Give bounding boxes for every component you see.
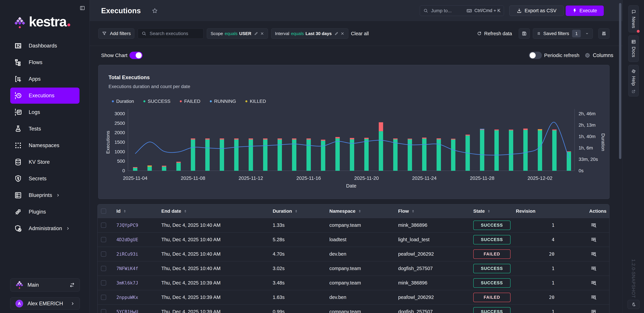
table-row[interactable]: 4D2dDgUE Thu, Dec 4, 2025 10:40 AM 5.28s…	[98, 232, 609, 247]
executions-chart[interactable]: 0500100015002000250030000s33m, 20s1h, 6m…	[98, 105, 609, 196]
columns-label[interactable]: Columns	[593, 52, 613, 58]
row-details-icon[interactable]	[590, 236, 597, 243]
row-details-icon[interactable]	[590, 280, 597, 286]
column-header-duration[interactable]: Duration	[268, 208, 324, 214]
add-filters-button[interactable]: Add filters	[98, 28, 134, 39]
sort-icon[interactable]	[358, 209, 362, 213]
vertical-scrollbar[interactable]	[619, 3, 621, 159]
table-row[interactable]: 7JQYpPC9 Thu, Dec 4, 2025 10:40 AM 1.33s…	[98, 218, 609, 232]
row-details-icon[interactable]	[590, 265, 597, 272]
cell-id[interactable]: 2iRCu93i	[111, 252, 156, 257]
cell-id[interactable]: 4D2dDgUE	[111, 237, 156, 242]
row-checkbox[interactable]	[101, 295, 106, 300]
theme-toggle-button[interactable]	[628, 300, 640, 309]
gear-icon[interactable]	[584, 52, 590, 58]
sort-icon[interactable]	[294, 209, 298, 213]
refresh-data-button[interactable]: Refresh data	[477, 31, 512, 36]
close-icon[interactable]	[340, 32, 344, 36]
sidebar-item-secrets[interactable]: Secrets	[10, 170, 80, 187]
column-header-namespace[interactable]: Namespace	[324, 208, 393, 214]
svg-text:2025-11-04: 2025-11-04	[123, 176, 148, 181]
display-options-button[interactable]	[598, 28, 610, 39]
sort-icon[interactable]	[122, 209, 127, 213]
execute-button[interactable]: Execute	[566, 6, 604, 16]
favorite-star-icon[interactable]	[152, 8, 158, 14]
sidebar-item-namespaces[interactable]: Namespaces	[10, 138, 80, 154]
column-header-id[interactable]: Id	[111, 208, 156, 214]
column-header-revision[interactable]: Revision	[511, 208, 564, 214]
table-row[interactable]: 5YCB1HwU Thu, Dec 4, 2025 10:39 AM 0.99s…	[98, 304, 609, 313]
cell-id[interactable]: 5YCB1HwU	[111, 309, 156, 313]
pencil-icon[interactable]	[254, 32, 258, 36]
sidebar-item-kv-store[interactable]: KV Store	[10, 154, 80, 170]
sidebar-item-logs[interactable]: Logs	[10, 104, 80, 120]
sidebar-item-executions[interactable]: Executions	[10, 88, 80, 104]
column-header-end-date[interactable]: End date	[156, 208, 268, 214]
filter-chip-interval[interactable]: Interval equals Last 30 days	[271, 28, 348, 39]
row-checkbox[interactable]	[101, 237, 106, 242]
legend-item-running[interactable]: RUNNING	[210, 99, 236, 104]
cell-id[interactable]: 7JQYpPC9	[111, 222, 156, 228]
select-all-checkbox[interactable]	[98, 208, 111, 214]
sidebar-item-label: Plugins	[29, 209, 46, 215]
table-row[interactable]: 7NFWiK4f Thu, Dec 4, 2025 10:40 AM 3.02s…	[98, 261, 609, 276]
save-filter-button[interactable]	[519, 28, 530, 39]
legend-item-failed[interactable]: FAILED	[180, 99, 200, 104]
tenant-switcher[interactable]: Main	[10, 278, 80, 292]
tenant-logo-icon	[16, 281, 23, 289]
column-header-state[interactable]: State	[468, 208, 511, 214]
sort-icon[interactable]	[487, 209, 491, 213]
row-checkbox[interactable]	[101, 266, 106, 271]
table-row[interactable]: 2nppuWKx Thu, Dec 4, 2025 10:39 AM 1.63s…	[98, 290, 609, 304]
periodic-refresh-toggle[interactable]	[529, 52, 542, 59]
sidebar-item-administration[interactable]: Administration	[10, 220, 80, 236]
dock-tab-help[interactable]: Help	[628, 65, 639, 96]
saved-filters-dropdown[interactable]: Saved filters 1	[533, 28, 593, 39]
table-row[interactable]: 2iRCu93i Thu, Dec 4, 2025 10:40 AM 4.70s…	[98, 247, 609, 261]
sidebar-item-flows[interactable]: Flows	[10, 54, 80, 70]
user-menu[interactable]: A Alex EMERICH	[10, 298, 80, 310]
close-icon[interactable]	[260, 32, 264, 36]
row-checkbox[interactable]	[101, 280, 106, 286]
connection-icon	[14, 208, 22, 216]
sidebar-item-plugins[interactable]: Plugins	[10, 204, 80, 220]
legend-item-killed[interactable]: KILLED	[245, 99, 266, 104]
sidebar-collapse-icon[interactable]	[80, 5, 85, 11]
sort-icon[interactable]	[183, 209, 188, 213]
cell-id[interactable]: 2nppuWKx	[111, 295, 156, 300]
row-checkbox[interactable]	[101, 309, 106, 313]
sidebar-item-dashboards[interactable]: Dashboards	[10, 38, 80, 54]
sort-icon[interactable]	[411, 209, 415, 213]
row-checkbox[interactable]	[101, 222, 106, 228]
row-details-icon[interactable]	[590, 251, 597, 257]
sidebar-item-label: Blueprints	[29, 192, 52, 198]
timeline-text-icon	[14, 108, 22, 116]
apps-icon	[14, 75, 22, 83]
kestra-wordmark: kestra.	[29, 15, 70, 28]
table-row[interactable]: 3mKl6k7J Thu, Dec 4, 2025 10:39 AM 3.48s…	[98, 276, 609, 290]
row-details-icon[interactable]	[590, 294, 597, 300]
search-executions-input[interactable]: Search executions	[138, 28, 204, 39]
cell-id[interactable]: 7NFWiK4f	[111, 266, 156, 271]
column-header-flow[interactable]: Flow	[393, 208, 468, 214]
sidebar-item-blueprints[interactable]: Blueprints	[10, 187, 80, 203]
dock-tab-docs[interactable]: Docs	[628, 36, 639, 62]
legend-item-duration[interactable]: Duration	[112, 99, 134, 104]
export-csv-button[interactable]: Export as CSV	[509, 6, 564, 16]
clear-all-button[interactable]: Clear all	[351, 31, 369, 36]
sidebar-item-apps[interactable]: Apps	[10, 71, 80, 87]
cell-id[interactable]: 3mKl6k7J	[111, 280, 156, 286]
filter-chip-scope[interactable]: Scope equals USER	[207, 28, 268, 39]
pencil-icon[interactable]	[334, 32, 338, 36]
sidebar-item-tests[interactable]: Tests	[10, 121, 80, 137]
show-chart-toggle[interactable]	[130, 52, 142, 59]
row-details-icon[interactable]	[590, 309, 597, 313]
column-header-actions[interactable]: Actions	[564, 208, 609, 214]
jump-to-search[interactable]: Jump to... Ctrl/Cmd + K	[420, 6, 504, 16]
legend-item-success[interactable]: SUCCESS	[144, 99, 170, 104]
row-checkbox[interactable]	[101, 252, 106, 257]
dock-tab-news[interactable]: News	[628, 5, 639, 32]
cell-duration: 0.99s	[268, 309, 324, 313]
svg-text:Date: Date	[346, 183, 356, 188]
row-details-icon[interactable]	[590, 222, 597, 228]
